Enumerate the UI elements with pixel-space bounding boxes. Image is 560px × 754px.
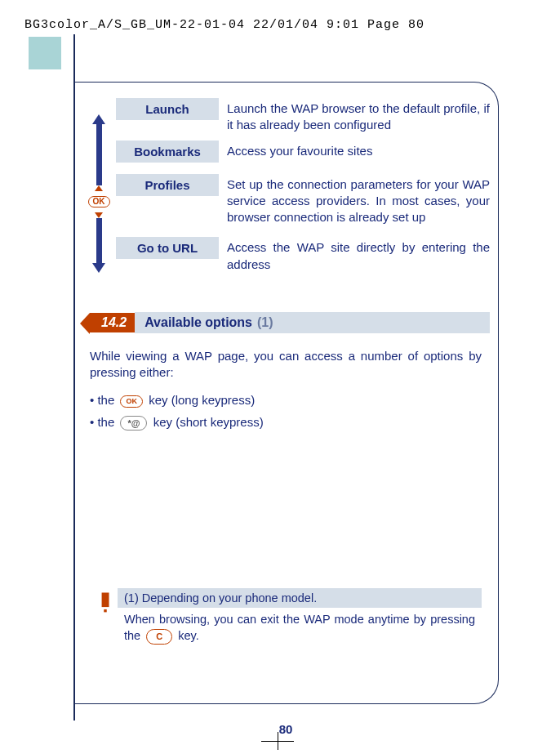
menu-label: Profiles — [116, 174, 219, 196]
menu-row-bookmarks: Bookmarks Access your favourite sites — [116, 141, 490, 163]
footnote-text-b: key. — [178, 629, 199, 642]
footnote: ▮▪ (1) Depending on your phone model. Wh… — [98, 588, 482, 648]
section-title-sub: (1) — [257, 315, 273, 330]
section-number-wrap: 14.2 — [90, 312, 135, 333]
color-tab — [29, 37, 61, 69]
footnote-line-2: When browsing, you can exit the WAP mode… — [118, 608, 482, 648]
bullet-star: • the *@ key (short keypress) — [90, 411, 482, 433]
bullet-suffix: key (short keypress) — [153, 415, 264, 429]
print-header: BG3color_A/S_GB_UM-22-01-04 22/01/04 9:0… — [24, 18, 424, 32]
page-number: 80 — [73, 722, 498, 736]
footnote-line-1: (1) Depending on your phone model. — [118, 588, 482, 608]
arrow-up-icon — [92, 114, 105, 124]
arrow-bar — [96, 218, 102, 263]
small-down-icon — [95, 212, 103, 218]
menu-row-launch: Launch Launch the WAP browser to the def… — [116, 98, 490, 134]
menu-row-gotourl: Go to URL Access the WAP site directly b… — [116, 237, 490, 273]
star-key-icon: *@ — [120, 416, 147, 431]
menu-label: Go to URL — [116, 237, 219, 259]
section-title: Available options (1) — [135, 312, 490, 333]
menu-label: Bookmarks — [116, 141, 219, 163]
nav-column: OK — [82, 98, 116, 273]
small-up-icon — [95, 185, 103, 191]
menu-desc: Access the WAP site directly by entering… — [227, 237, 490, 273]
crop-mark — [261, 741, 294, 742]
section-title-text: Available options — [144, 315, 252, 330]
menu-desc: Launch the WAP browser to the default pr… — [227, 98, 490, 134]
bullet-suffix: key (long keypress) — [149, 393, 255, 407]
bullet-ok: • the OK key (long keypress) — [90, 389, 482, 411]
bullet-list: • the OK key (long keypress) • the *@ ke… — [90, 389, 482, 433]
menu-row-profiles: Profiles Set up the connection parameter… — [116, 174, 490, 226]
exclamation-icon: ▮▪ — [98, 588, 113, 616]
bullet-prefix: • the — [90, 393, 114, 407]
ok-key-icon: OK — [120, 395, 143, 408]
menu-desc: Set up the connection parameters for you… — [227, 174, 490, 226]
menu-block: OK Launch Launch the WAP browser to the … — [82, 98, 490, 279]
footnote-content: (1) Depending on your phone model. When … — [118, 588, 482, 648]
footnote-text-a: When browsing, you can exit the WAP mode… — [124, 613, 475, 642]
arrow-bar — [96, 124, 102, 185]
menu-label: Launch — [116, 98, 219, 120]
menu-rows: Launch Launch the WAP browser to the def… — [116, 98, 490, 279]
intro-paragraph: While viewing a WAP page, you can access… — [90, 348, 482, 381]
ok-key-icon: OK — [88, 196, 110, 207]
bullet-prefix: • the — [90, 415, 114, 429]
menu-desc: Access your favourite sites — [227, 141, 372, 159]
c-key-icon: C — [146, 629, 172, 644]
arrow-down-icon — [92, 263, 105, 273]
page-content: OK Launch Launch the WAP browser to the … — [82, 98, 490, 433]
section-heading: 14.2 Available options (1) — [90, 312, 490, 333]
section-number: 14.2 — [90, 313, 135, 332]
